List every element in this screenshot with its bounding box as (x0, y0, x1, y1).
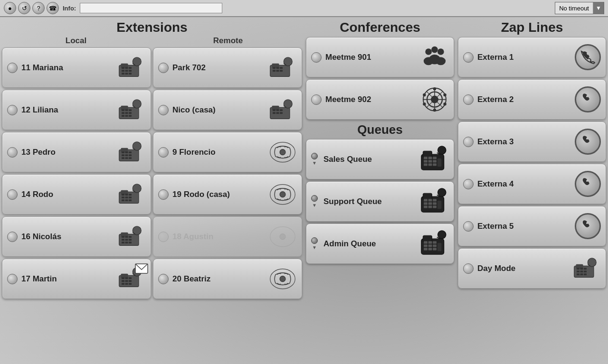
card-left: Externa 5 (463, 221, 514, 232)
ext-local-16[interactable]: 16 Nicolás (2, 216, 151, 257)
queue-name: Support Queue (323, 197, 382, 206)
card-left: Externa 4 (463, 179, 514, 189)
card-left: 9 Florencio (158, 147, 216, 158)
phone-icon[interactable]: ☎ (47, 2, 59, 14)
zap-name: Externa 3 (477, 137, 514, 147)
remote-sub-header: Remote (152, 35, 304, 47)
ornate-phone-icon (268, 182, 297, 207)
svg-rect-96 (273, 112, 276, 114)
ext-name: 17 Martin (21, 274, 57, 284)
conf-name: Meetme 901 (325, 53, 371, 62)
svg-rect-179 (580, 273, 583, 275)
svg-rect-51 (129, 199, 132, 201)
ornate-phone-icon (268, 140, 297, 165)
svg-rect-130 (424, 157, 428, 159)
ext-remote-nico[interactable]: Nico (casa) (153, 90, 302, 130)
ext-remote-18[interactable]: 18 Agustin (153, 216, 302, 257)
svg-rect-72 (122, 280, 124, 282)
power-icon[interactable]: ● (4, 2, 16, 14)
zap-externa3[interactable]: Externa 3 (458, 121, 606, 162)
svg-rect-47 (125, 196, 128, 198)
svg-rect-141 (423, 193, 432, 200)
svg-rect-17 (122, 109, 124, 111)
svg-point-125 (423, 93, 426, 96)
zap-daymode[interactable]: Day Mode (458, 248, 606, 289)
card-left: Nico (casa) (158, 105, 216, 115)
zap-externa5[interactable]: Externa 5 (458, 206, 606, 246)
card-left: Externa 3 (463, 137, 514, 147)
svg-rect-83 (273, 67, 276, 69)
queue-admin[interactable]: ▼ Admin Queue (306, 224, 454, 264)
ext-local-12[interactable]: 12 Liliana (2, 90, 151, 130)
svg-rect-69 (122, 277, 124, 279)
svg-rect-8 (125, 70, 128, 72)
status-ball (7, 189, 18, 200)
ext-remote-19[interactable]: 19 Rodo (casa) (153, 174, 302, 215)
zaplines-cards: Externa 1 Externa 2 (456, 37, 608, 364)
status-ball (463, 52, 474, 63)
zap-externa2[interactable]: Externa 2 (458, 79, 606, 120)
card-left: Meetme 901 (311, 52, 371, 63)
svg-point-123 (433, 108, 436, 111)
ext-local-17[interactable]: 17 Martin (2, 259, 151, 299)
extensions-header: Extensions (0, 17, 304, 35)
svg-point-108 (431, 46, 438, 53)
info-input[interactable] (80, 3, 222, 13)
status-ball (158, 232, 169, 242)
help-icon[interactable]: ? (32, 2, 45, 14)
refresh-icon[interactable]: ↺ (18, 2, 30, 14)
queues-header: Queues (304, 120, 456, 139)
svg-rect-175 (577, 271, 580, 272)
svg-point-104 (280, 233, 285, 239)
svg-rect-98 (280, 112, 283, 114)
ext-remote-20[interactable]: 20 Beatriz (153, 259, 302, 299)
svg-rect-173 (580, 268, 583, 270)
classic-phone-icon (418, 146, 449, 173)
svg-rect-174 (584, 268, 587, 270)
svg-rect-77 (129, 283, 132, 285)
svg-rect-178 (577, 273, 580, 275)
zap-name: Externa 5 (477, 222, 514, 231)
zap-externa4[interactable]: Externa 4 (458, 164, 606, 204)
svg-rect-37 (125, 157, 128, 159)
phone-circle-icon (575, 171, 601, 197)
ext-remote-9[interactable]: 9 Florencio (153, 132, 302, 172)
svg-point-156 (438, 230, 446, 238)
ext-local-14[interactable]: 14 Rodo (2, 174, 151, 215)
conferences-section: Conferences Meetme 901 (304, 17, 456, 120)
desk-phone-icon (268, 98, 297, 122)
ext-local-13[interactable]: 13 Pedro (2, 132, 151, 172)
classic-phone-icon (418, 230, 449, 258)
svg-point-122 (443, 103, 446, 105)
ext-remote-702[interactable]: Park 702 (153, 47, 302, 88)
queue-sales[interactable]: ▼ Sales Queue (306, 139, 454, 179)
status-ball (158, 274, 169, 284)
svg-point-112 (436, 57, 446, 65)
zap-externa1[interactable]: Externa 1 (458, 37, 606, 77)
info-label: Info: (63, 5, 76, 12)
svg-rect-63 (125, 242, 128, 243)
status-indicator (311, 237, 318, 244)
people-icon (420, 45, 449, 70)
conf-meetme-902[interactable]: Meetme 902 (306, 79, 454, 120)
svg-rect-145 (428, 199, 432, 201)
svg-point-100 (280, 149, 285, 155)
status-ball (7, 147, 18, 158)
timeout-dropdown-arrow[interactable]: ▼ (593, 2, 604, 14)
status-ball (158, 189, 169, 200)
svg-rect-4 (122, 67, 124, 69)
ext-name: 14 Rodo (21, 190, 53, 199)
svg-rect-172 (577, 268, 580, 270)
card-left: 18 Agustin (158, 232, 213, 242)
svg-rect-45 (129, 194, 132, 196)
ext-local-11[interactable]: 11 Mariana (2, 47, 151, 88)
ext-sub-row: Local Remote (0, 35, 304, 47)
top-bar: ● ↺ ? ☎ Info: No timeout ▼ (0, 0, 608, 17)
status-ball (463, 137, 474, 147)
svg-rect-58 (129, 236, 132, 238)
conf-meetme-901[interactable]: Meetme 901 (306, 37, 454, 77)
queue-support[interactable]: ▼ Support Queue (306, 181, 454, 222)
svg-rect-138 (433, 163, 437, 166)
svg-rect-32 (129, 151, 132, 153)
network-icon (420, 87, 449, 112)
